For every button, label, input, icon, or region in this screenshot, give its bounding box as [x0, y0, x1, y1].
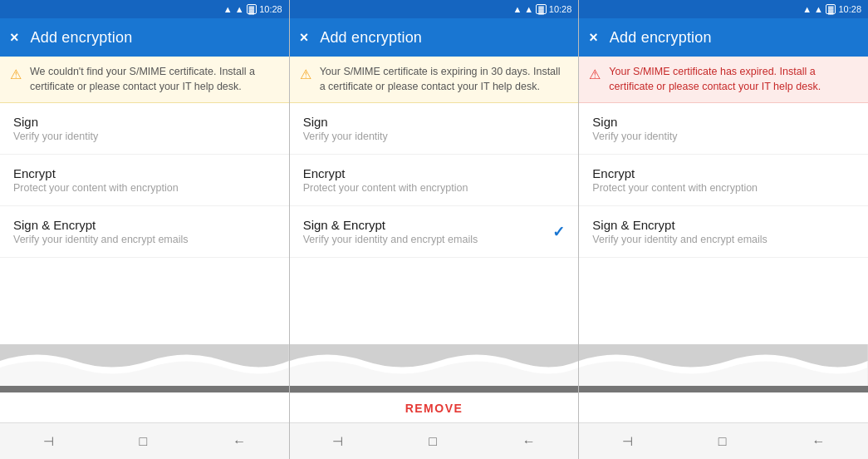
alert-icon: ⚠: [589, 66, 601, 84]
option-title: Sign & Encrypt: [592, 218, 767, 232]
status-time: 10:28: [549, 4, 572, 14]
nav-bar: ⊣ □ ←: [0, 422, 289, 459]
close-button[interactable]: ×: [300, 30, 309, 45]
option-title: Encrypt: [13, 166, 179, 180]
status-bar: ▲ ▲ ▓ 10:28: [290, 0, 579, 18]
option-subtitle: Protect your content with encryption: [592, 182, 758, 194]
battery-icon-text: ▓: [826, 4, 836, 14]
recent-apps-icon[interactable]: ⊣: [332, 434, 343, 449]
gray-strip: [0, 386, 289, 392]
alert-text: We couldn't find your S/MIME certificate…: [30, 65, 279, 94]
option-content: Sign Verify your identity: [592, 115, 677, 142]
battery-icon-text: ▓: [247, 4, 257, 14]
option-item-2[interactable]: Encrypt Protect your content with encryp…: [579, 155, 868, 206]
phone-panel-3: ▲ ▲ ▓ 10:28 × Add encryption ⚠ Your S/MI…: [579, 0, 868, 459]
app-bar: × Add encryption: [290, 18, 579, 57]
options-list: Sign Verify your identity Encrypt Protec…: [579, 103, 868, 344]
gray-strip: [290, 386, 579, 392]
status-icons: ▲ ▲ ▓ 10:28: [223, 4, 282, 14]
signal-icon: ▲: [235, 4, 244, 14]
signal-icon: ▲: [524, 4, 533, 14]
option-item-3[interactable]: Sign & Encrypt Verify your identity and …: [290, 206, 579, 258]
wave-divider: [290, 344, 579, 386]
status-icons: ▲ ▲ ▓ 10:28: [512, 4, 571, 14]
signal-icon: ▲: [814, 4, 823, 14]
option-title: Sign: [303, 115, 388, 129]
remove-placeholder: [579, 392, 868, 422]
remove-area: REMOVE: [290, 392, 579, 422]
option-subtitle: Verify your identity and encrypt emails: [303, 234, 478, 245]
back-icon[interactable]: ←: [522, 434, 536, 449]
recent-apps-icon[interactable]: ⊣: [622, 434, 633, 449]
status-icons: ▲ ▲ ▓ 10:28: [802, 4, 861, 14]
option-item-1[interactable]: Sign Verify your identity: [290, 103, 579, 155]
wave-divider: [579, 344, 868, 386]
option-subtitle: Verify your identity: [303, 131, 388, 142]
alert-text: Your S/MIME certificate is expiring in 3…: [320, 65, 569, 94]
app-bar-title: Add encryption: [31, 29, 133, 47]
alert-text: Your S/MIME certificate has expired. Ins…: [609, 65, 858, 94]
check-icon: ✓: [552, 223, 565, 241]
option-subtitle: Protect your content with encryption: [13, 182, 179, 194]
home-icon[interactable]: □: [140, 434, 148, 449]
recent-apps-icon[interactable]: ⊣: [43, 434, 54, 449]
status-time: 10:28: [838, 4, 861, 14]
app-bar-title: Add encryption: [610, 29, 712, 47]
option-item-1[interactable]: Sign Verify your identity: [0, 103, 289, 155]
option-title: Encrypt: [303, 166, 468, 180]
wifi-icon: ▲: [512, 4, 522, 14]
alert-banner: ⚠ We couldn't find your S/MIME certifica…: [0, 57, 289, 103]
option-title: Sign & Encrypt: [303, 218, 478, 232]
option-item-1[interactable]: Sign Verify your identity: [579, 103, 868, 155]
battery-icon-text: ▓: [536, 4, 547, 14]
home-icon[interactable]: □: [429, 434, 437, 449]
option-item-3[interactable]: Sign & Encrypt Verify your identity and …: [0, 206, 289, 258]
app-bar: × Add encryption: [579, 18, 868, 57]
phone-panel-1: ▲ ▲ ▓ 10:28 × Add encryption ⚠ We couldn…: [0, 0, 290, 459]
back-icon[interactable]: ←: [233, 434, 246, 449]
alert-icon: ⚠: [10, 66, 22, 84]
status-bar: ▲ ▲ ▓ 10:28: [579, 0, 868, 18]
option-content: Sign & Encrypt Verify your identity and …: [592, 218, 767, 245]
nav-bar: ⊣ □ ←: [579, 422, 868, 459]
remove-button[interactable]: REMOVE: [405, 402, 463, 415]
option-content: Sign & Encrypt Verify your identity and …: [303, 218, 478, 245]
alert-banner: ⚠ Your S/MIME certificate is expiring in…: [290, 57, 579, 103]
option-title: Sign & Encrypt: [13, 218, 189, 232]
alert-icon: ⚠: [300, 66, 311, 84]
app-bar-title: Add encryption: [320, 29, 422, 47]
app-bar: × Add encryption: [0, 18, 289, 57]
phone-panel-2: ▲ ▲ ▓ 10:28 × Add encryption ⚠ Your S/MI…: [290, 0, 580, 459]
wave-divider: [0, 344, 289, 386]
option-content: Encrypt Protect your content with encryp…: [13, 166, 179, 194]
wifi-icon: ▲: [802, 4, 812, 14]
option-subtitle: Verify your identity: [592, 131, 677, 142]
option-subtitle: Protect your content with encryption: [303, 182, 468, 194]
option-subtitle: Verify your identity: [13, 131, 98, 142]
option-content: Sign & Encrypt Verify your identity and …: [13, 218, 189, 245]
close-button[interactable]: ×: [589, 30, 598, 45]
option-subtitle: Verify your identity and encrypt emails: [13, 234, 189, 245]
close-button[interactable]: ×: [10, 30, 19, 45]
nav-bar: ⊣ □ ←: [290, 422, 579, 459]
status-bar: ▲ ▲ ▓ 10:28: [0, 0, 289, 18]
option-content: Encrypt Protect your content with encryp…: [592, 166, 758, 194]
option-content: Sign Verify your identity: [13, 115, 98, 142]
back-icon[interactable]: ←: [812, 434, 826, 449]
option-title: Sign: [592, 115, 677, 129]
option-title: Encrypt: [592, 166, 758, 180]
status-time: 10:28: [259, 4, 282, 14]
option-subtitle: Verify your identity and encrypt emails: [592, 234, 767, 245]
alert-banner: ⚠ Your S/MIME certificate has expired. I…: [579, 57, 868, 103]
option-content: Sign Verify your identity: [303, 115, 388, 142]
options-list: Sign Verify your identity Encrypt Protec…: [290, 103, 579, 344]
remove-placeholder: [0, 392, 289, 422]
option-item-2[interactable]: Encrypt Protect your content with encryp…: [290, 155, 579, 206]
option-item-2[interactable]: Encrypt Protect your content with encryp…: [0, 155, 289, 206]
home-icon[interactable]: □: [718, 434, 727, 449]
gray-strip: [579, 386, 868, 392]
option-title: Sign: [13, 115, 98, 129]
wifi-icon: ▲: [223, 4, 233, 14]
option-content: Encrypt Protect your content with encryp…: [303, 166, 468, 194]
option-item-3[interactable]: Sign & Encrypt Verify your identity and …: [579, 206, 868, 258]
